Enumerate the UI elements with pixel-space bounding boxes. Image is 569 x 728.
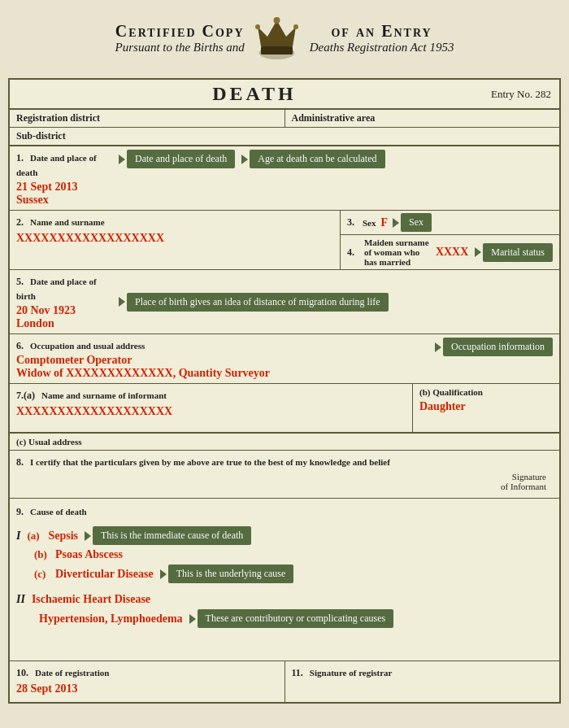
arrow-marital xyxy=(475,247,481,257)
page-wrapper: Certified Copy Pursuant to the Births an… xyxy=(0,0,569,704)
annotation-age: Age at death can be calculated xyxy=(250,150,384,168)
section-11-label: Signature of registrar xyxy=(310,668,393,678)
section-10-label: Date of registration xyxy=(35,668,109,678)
section-7a-header: 7.(a) Name and surname of informant xyxy=(16,387,406,402)
section-7a-value: XXXXXXXXXXXXXXXXXXX xyxy=(16,405,406,418)
entry-label: Entry No. xyxy=(491,88,532,100)
arrow-contributory xyxy=(189,614,196,624)
section-3: 3. Sex F Sex xyxy=(341,211,559,235)
section-9-header: 9. Cause of death xyxy=(16,503,553,518)
section-1-annotations: Date and place of death Age at death can… xyxy=(115,146,559,172)
header-deaths-act: Deaths Registration Act 1953 xyxy=(310,41,454,54)
entry-number: Entry No. 282 xyxy=(491,88,551,101)
svg-point-4 xyxy=(255,24,260,29)
occupation-annotation-wrapper: Occupation information xyxy=(435,338,553,356)
section-6-line2: Widow of XXXXXXXXXXXXX, Quantity Surveyo… xyxy=(16,367,428,380)
section-7b-value: Daughter xyxy=(419,400,553,413)
svg-point-5 xyxy=(293,24,298,29)
section-9: 9. Cause of death I (a) Sepsis This is t… xyxy=(10,499,559,661)
section-4-value: XXXX xyxy=(436,246,468,259)
section-7a-label: Name and surname of informant xyxy=(41,390,167,400)
cause-b-value: Psoas Abscess xyxy=(55,548,123,561)
section-10-header: 10. Date of registration xyxy=(16,665,278,679)
section-3-number: 3. xyxy=(347,216,354,229)
arrow-sex xyxy=(393,218,399,228)
cause-c-value: Diverticular Disease xyxy=(55,568,154,581)
section-1-date: 21 Sept 2013 xyxy=(16,181,109,194)
section-7b-label: (b) Qualification xyxy=(419,387,553,397)
cause-row-II-1: II Ischaemic Heart Disease xyxy=(16,593,553,606)
section-2-header: 2. Name and surname xyxy=(16,214,333,229)
sex-annotation-wrapper: Sex xyxy=(393,213,432,232)
section-5-place: London xyxy=(16,317,109,330)
of-informant-label: of Informant xyxy=(501,482,546,491)
section-6-number: 6. xyxy=(16,340,24,351)
section-5-date: 20 Nov 1923 xyxy=(16,304,109,317)
subdistrict-row: Sub-district xyxy=(10,128,559,146)
document-title: DEATH xyxy=(18,83,491,105)
section-6-annotation-area: Occupation information xyxy=(435,338,553,356)
section-8-number: 8. xyxy=(16,456,24,468)
arrow-birth xyxy=(119,297,125,307)
section-6-left: 6. Occupation and usual address Comptome… xyxy=(16,338,428,380)
annotation-date-place-wrapper: Date and place of death xyxy=(119,150,235,168)
section-2: 2. Name and surname XXXXXXXXXXXXXXXXXX xyxy=(10,211,341,269)
section-1-label: Date and place of death xyxy=(16,153,97,177)
section-11: 11. Signature of registrar xyxy=(285,661,560,702)
annotation-birth: Place of birth gives an idea of distance… xyxy=(127,293,389,312)
section-7a-number: 7.(a) xyxy=(16,390,35,401)
annotation-age-wrapper: Age at death can be calculated xyxy=(241,150,384,168)
section-6-header: 6. Occupation and usual address xyxy=(16,338,428,352)
header-certified-copy: Certified Copy xyxy=(115,22,245,41)
section-1-header: 1. Date and place of death xyxy=(16,150,109,179)
section-5-number: 5. xyxy=(16,276,24,287)
section-11-number: 11. xyxy=(292,667,303,678)
section-1011-row: 10. Date of registration 28 Sept 2013 11… xyxy=(10,661,559,702)
section-7-wrapper: 7.(a) Name and surname of informant XXXX… xyxy=(10,384,559,451)
immediate-cause-annotation-wrapper: This is the immediate cause of death xyxy=(85,526,251,545)
cause-row-Ib: (b) Psoas Abscess xyxy=(34,548,553,561)
svg-rect-6 xyxy=(261,46,293,54)
cause-c-label: (c) xyxy=(34,568,49,581)
birth-annotation-wrapper: Place of birth gives an idea of distance… xyxy=(119,293,389,312)
underlying-cause-annotation-wrapper: This is the underlying cause xyxy=(160,565,294,583)
section-34: 3. Sex F Sex 4. Maiden surname of woman … xyxy=(341,211,559,269)
section-5-label: Date and place of birth xyxy=(16,277,97,301)
title-row: DEATH Entry No. 282 xyxy=(10,80,559,110)
section-1: 1. Date and place of death 21 Sept 2013 … xyxy=(10,146,559,211)
cause-row-II-2: Hypertension, Lymphoedema These are cont… xyxy=(39,609,553,628)
svg-marker-2 xyxy=(258,20,296,46)
section-6-label: Occupation and usual address xyxy=(30,341,145,351)
roman-1: I xyxy=(16,530,20,543)
entry-number-value: 282 xyxy=(536,88,552,100)
section-10-value: 28 Sept 2013 xyxy=(16,682,278,695)
header-pursuant: Pursuant to the Births and xyxy=(115,41,245,54)
section-4-label: Maiden surname of woman who has married xyxy=(364,238,429,267)
sig-label: Signature xyxy=(512,472,546,482)
marital-annotation-wrapper: Marital status xyxy=(475,243,553,262)
section-7b: (b) Qualification Daughter xyxy=(413,384,559,432)
admin-row: Registration district Administrative are… xyxy=(10,110,559,128)
annotation-occupation: Occupation information xyxy=(443,338,553,356)
section-4-number: 4. xyxy=(347,246,354,259)
arrow-occupation xyxy=(435,342,441,352)
section-9-label: Cause of death xyxy=(30,507,87,517)
cause-b-label: (b) xyxy=(34,548,49,561)
section-9-number: 9. xyxy=(16,506,24,517)
death-certificate: DEATH Entry No. 282 Registration distric… xyxy=(8,78,561,704)
section-4: 4. Maiden surname of woman who has marri… xyxy=(341,235,559,269)
section-7c: (c) Usual address xyxy=(10,433,559,450)
section-8-signature: Signature of Informant xyxy=(16,469,553,495)
annotation-sex: Sex xyxy=(401,213,432,232)
section-8-text: I certify that the particulars given by … xyxy=(30,457,390,467)
section-3-value: F xyxy=(380,216,388,229)
cause-a-label: (a) xyxy=(27,530,41,543)
document-header: Certified Copy Pursuant to the Births an… xyxy=(0,0,569,73)
svg-point-3 xyxy=(274,17,280,24)
arrow-date-place xyxy=(119,155,125,164)
section-7a: 7.(a) Name and surname of informant XXXX… xyxy=(10,384,413,432)
annotation-contributory: These are contributory or complicating c… xyxy=(198,609,394,628)
cause-a-value: Sepsis xyxy=(48,530,78,543)
subdistrict-label: Sub-district xyxy=(16,130,66,142)
section-2-number: 2. xyxy=(16,216,24,228)
